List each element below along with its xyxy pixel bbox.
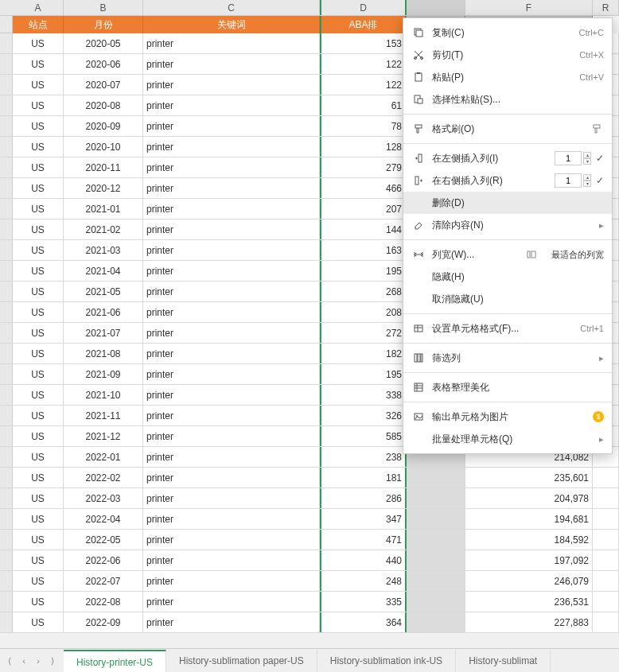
row-number[interactable] — [0, 95, 13, 115]
cell-aba[interactable]: 61 — [320, 95, 407, 115]
tab-first-icon[interactable]: ⟨ — [3, 655, 16, 667]
cell-keyword[interactable]: printer — [143, 75, 320, 95]
row-number[interactable] — [0, 468, 13, 487]
row-number[interactable] — [0, 612, 13, 632]
cell-site[interactable]: US — [13, 302, 64, 322]
row-number[interactable] — [0, 385, 13, 405]
menu-col-width[interactable]: 列宽(W)... 最适合的列宽 — [403, 243, 612, 266]
cell-aba[interactable]: 326 — [320, 406, 407, 425]
cell-aba[interactable]: 195 — [320, 364, 407, 384]
menu-beautify[interactable]: 表格整理美化 — [403, 376, 612, 398]
cell-aba[interactable]: 364 — [320, 612, 407, 632]
menu-unhide[interactable]: 取消隐藏(U) — [403, 288, 612, 310]
cell-aba[interactable]: 195 — [320, 261, 407, 281]
row-number[interactable] — [0, 488, 13, 508]
cell-month[interactable]: 2021-11 — [64, 406, 143, 425]
menu-hide[interactable]: 隐藏(H) — [403, 266, 612, 288]
cell-aba[interactable]: 122 — [320, 54, 407, 74]
cell-site[interactable]: US — [13, 323, 64, 343]
cell-aba[interactable]: 279 — [320, 157, 407, 177]
row-number[interactable] — [0, 509, 13, 529]
cell-keyword[interactable]: printer — [143, 137, 320, 157]
cell-f[interactable]: 197,092 — [465, 550, 593, 570]
cell-site[interactable]: US — [13, 509, 64, 529]
row-number[interactable] — [0, 75, 13, 95]
cell-aba[interactable]: 182 — [320, 344, 407, 363]
row-number[interactable] — [0, 178, 13, 198]
cell-keyword[interactable]: printer — [143, 178, 320, 198]
cell-keyword[interactable]: printer — [143, 157, 320, 177]
cell-site[interactable]: US — [13, 364, 64, 384]
cell-keyword[interactable]: printer — [143, 468, 320, 487]
cell-month[interactable]: 2022-08 — [64, 592, 143, 612]
cell-e[interactable] — [407, 612, 465, 632]
cell-site[interactable]: US — [13, 468, 64, 487]
cell-month[interactable]: 2021-05 — [64, 282, 143, 301]
cell-aba[interactable]: 208 — [320, 302, 407, 322]
cell-month[interactable]: 2021-07 — [64, 323, 143, 343]
row-number[interactable] — [0, 54, 13, 74]
menu-filter-col[interactable]: 筛选列 ▸ — [403, 347, 612, 369]
cell-site[interactable]: US — [13, 344, 64, 363]
menu-insert-right[interactable]: 在右侧插入列(R) ▴▾ ✓ — [403, 169, 612, 192]
cell-e[interactable] — [407, 488, 465, 508]
cell-aba[interactable]: 238 — [320, 447, 407, 467]
cell-keyword[interactable]: printer — [143, 54, 320, 74]
cell-month[interactable]: 2021-04 — [64, 261, 143, 281]
col-header-E[interactable] — [407, 0, 465, 15]
row-number[interactable] — [0, 33, 13, 53]
cell-month[interactable]: 2022-02 — [64, 468, 143, 487]
cell-month[interactable]: 2022-09 — [64, 612, 143, 632]
insert-left-count[interactable] — [555, 151, 582, 165]
cell-aba[interactable]: 286 — [320, 488, 407, 508]
cell-month[interactable]: 2021-12 — [64, 426, 143, 446]
cell-month[interactable]: 2020-11 — [64, 157, 143, 177]
cell-aba[interactable]: 338 — [320, 385, 407, 405]
cell-month[interactable]: 2021-10 — [64, 385, 143, 405]
cell-keyword[interactable]: printer — [143, 323, 320, 343]
cell-r[interactable] — [593, 571, 619, 591]
row-number[interactable] — [0, 16, 13, 33]
cell-site[interactable]: US — [13, 95, 64, 115]
cell-e[interactable] — [407, 550, 465, 570]
cell-keyword[interactable]: printer — [143, 364, 320, 384]
sheet-tab-2[interactable]: History-sublimation paper-US — [166, 650, 317, 672]
cell-site[interactable]: US — [13, 33, 64, 53]
cell-site[interactable]: US — [13, 592, 64, 612]
tab-last-icon[interactable]: ⟩ — [46, 655, 59, 667]
sheet-tab-4[interactable]: History-sublimat — [456, 650, 551, 672]
cell-site[interactable]: US — [13, 282, 64, 301]
cell-keyword[interactable]: printer — [143, 95, 320, 115]
cell-keyword[interactable]: printer — [143, 447, 320, 467]
cell-aba[interactable]: 471 — [320, 530, 407, 550]
cell-month[interactable]: 2021-02 — [64, 219, 143, 239]
insert-right-stepper[interactable]: ▴▾ — [583, 174, 591, 187]
menu-cut[interactable]: 剪切(T) Ctrl+X — [403, 44, 612, 66]
menu-delete[interactable]: 删除(D) — [403, 192, 612, 214]
cell-site[interactable]: US — [13, 488, 64, 508]
tab-next-icon[interactable]: › — [32, 655, 45, 667]
cell-site[interactable]: US — [13, 219, 64, 239]
row-number[interactable] — [0, 406, 13, 425]
cell-site[interactable]: US — [13, 550, 64, 570]
cell-keyword[interactable]: printer — [143, 530, 320, 550]
cell-e[interactable] — [407, 530, 465, 550]
cell-month[interactable]: 2020-12 — [64, 178, 143, 198]
cell-site[interactable]: US — [13, 116, 64, 136]
cell-keyword[interactable]: printer — [143, 406, 320, 425]
cell-aba[interactable]: 268 — [320, 282, 407, 301]
cell-r[interactable] — [593, 592, 619, 612]
row-number[interactable] — [0, 116, 13, 136]
cell-f[interactable]: 235,601 — [465, 468, 593, 487]
cell-keyword[interactable]: printer — [143, 385, 320, 405]
cell-site[interactable]: US — [13, 530, 64, 550]
cell-site[interactable]: US — [13, 261, 64, 281]
col-header-B[interactable]: B — [64, 0, 143, 15]
cell-aba[interactable]: 466 — [320, 178, 407, 198]
row-number[interactable] — [0, 137, 13, 157]
cell-r[interactable] — [593, 488, 619, 508]
cell-keyword[interactable]: printer — [143, 592, 320, 612]
sheet-tab-3[interactable]: History-sublimation ink-US — [317, 650, 456, 672]
col-header-R[interactable]: R — [593, 0, 619, 15]
cell-r[interactable] — [593, 612, 619, 632]
